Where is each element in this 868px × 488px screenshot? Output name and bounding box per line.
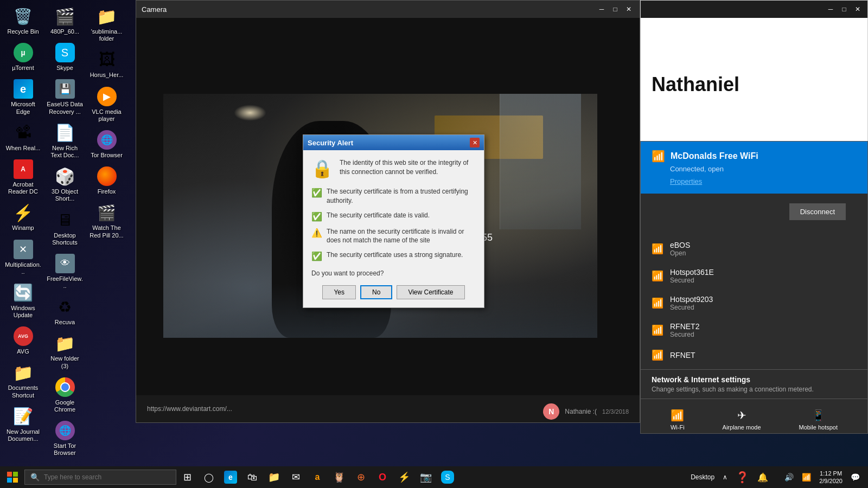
desktop-icon-watch-red-pill[interactable]: 🎬 Watch The Red Pill 20... <box>86 199 127 241</box>
airplane-mode-button[interactable]: ✈ Airplane mode <box>714 404 769 434</box>
taskbar-language-button[interactable] <box>774 466 779 488</box>
desktop-icon-when-real[interactable]: 📽 When Real... <box>3 119 43 155</box>
new-journal-icon: 📝 <box>12 406 34 427</box>
new-journal-label: New Journal Documen... <box>4 428 42 442</box>
desktop-icon-new-rich-text[interactable]: 📄 New Rich Text Doc... <box>44 119 85 162</box>
wifi-name-hotspot361e: Hotspot361E <box>670 268 714 277</box>
taskbar-skype-icon: S <box>441 471 454 484</box>
security-dialog-close-button[interactable]: ✕ <box>470 138 480 147</box>
chat-maximize-button[interactable]: □ <box>839 4 850 15</box>
taskbar-tripadvisor-button[interactable]: 🦉 <box>328 466 350 488</box>
wifi-properties-link[interactable]: Properties <box>670 177 857 185</box>
3d-object-icon: 🎲 <box>54 165 76 187</box>
check-ok-icon-4: ✅ <box>311 251 322 261</box>
taskbar-winamp-button[interactable]: ⚡ <box>393 466 415 488</box>
wifi-item-rfnet2[interactable]: 📶 RFNET2 Secured <box>641 317 867 344</box>
taskbar-files-icon: 📁 <box>268 471 280 483</box>
start-button[interactable] <box>0 466 24 488</box>
wifi-signal-icon-rfnet: 📶 <box>652 349 663 361</box>
taskbar-help-icon[interactable]: ❓ <box>733 466 752 488</box>
wifi-item-rfnet[interactable]: 📶 RFNET <box>641 344 867 367</box>
taskbar-overflow-button[interactable]: ∧ <box>720 466 730 488</box>
security-yes-button[interactable]: Yes <box>322 285 356 299</box>
wifi-item-hotspot9203[interactable]: 📶 Hotspot9203 Secured <box>641 290 867 317</box>
taskbar-network-button[interactable]: 📶 <box>799 466 814 488</box>
taskbar: 🔍 ⊞ ◯ e 🛍 📁 ✉ a 🦉 ⊕ <box>0 466 868 488</box>
wifi-toggle-button[interactable]: 📶 Wi-Fi <box>662 404 693 434</box>
desktop-icon-horus[interactable]: 🖼 Horus_Her... <box>86 46 127 81</box>
ceiling-light <box>234 105 266 121</box>
taskbar-desktop-label[interactable]: Desktop <box>688 466 717 488</box>
desktop-icon-acrobat[interactable]: A Acrobat Reader DC <box>3 156 43 198</box>
desktop-icon-skype[interactable]: S Skype <box>44 39 85 74</box>
desktop-icon-avg[interactable]: AVG AVG <box>3 323 43 358</box>
task-view-button[interactable]: ⊞ <box>176 466 198 488</box>
wifi-security-hotspot9203: Secured <box>670 304 713 311</box>
view-certificate-button[interactable]: View Certificate <box>397 285 464 299</box>
taskbar-edge-button[interactable]: e <box>220 466 241 488</box>
taskbar-cortana-button[interactable]: ◯ <box>198 466 220 488</box>
desktop-icon-desktop-shortcuts[interactable]: 🖥 Desktop Shortcuts <box>44 207 85 249</box>
wifi-name-hotspot9203: Hotspot9203 <box>670 295 713 304</box>
taskbar-amazon-button[interactable]: a <box>307 466 328 488</box>
desktop-icon-multiplication[interactable]: ✕ Multiplication... <box>3 236 43 278</box>
desktop-icon-3d-object[interactable]: 🎲 3D Object Short... <box>44 163 85 205</box>
chat-close-button[interactable]: ✕ <box>852 4 863 15</box>
desktop-icon-vlc[interactable]: ▶ VLC media player <box>86 83 127 125</box>
network-settings-title[interactable]: Network & Internet settings <box>652 375 857 384</box>
chat-window: ─ □ ✕ Nathaniel <box>640 0 868 152</box>
desktop-icon-new-journal[interactable]: 📝 New Journal Documen... <box>3 403 43 445</box>
desktop-icon-firefox[interactable]: Firefox <box>86 163 127 198</box>
easeus-label: EaseUS Data Recovery ... <box>46 101 84 115</box>
wifi-toggle-label: Wi-Fi <box>671 424 685 431</box>
wifi-item-ebos[interactable]: 📶 eBOS Open <box>641 235 867 262</box>
desktop-icon-utorrent[interactable]: µ µTorrent <box>3 39 43 74</box>
mobile-hotspot-icon: 📱 <box>812 409 825 422</box>
taskbar-files-button[interactable]: 📁 <box>263 466 285 488</box>
taskbar-opera-button[interactable]: O <box>372 466 393 488</box>
desktop-icon-edge[interactable]: e Microsoft Edge <box>3 75 43 118</box>
camera-minimize-button[interactable]: ─ <box>596 4 607 15</box>
desktop-icon-start-tor[interactable]: 🌐 Start Tor Browser <box>44 417 85 459</box>
desktop-icon-recuva[interactable]: ♻ Recuva <box>44 293 85 329</box>
desktop-icon-new-folder-3[interactable]: 📁 New folder (3) <box>44 330 85 372</box>
multiplication-label: Multiplication... <box>4 261 42 275</box>
disconnect-button[interactable]: Disconnect <box>789 203 846 220</box>
desktop-icon-documents-shortcut[interactable]: 📁 Documents Shortcut <box>3 359 43 401</box>
desktop-icon-freefileview[interactable]: 👁 FreeFileView... <box>44 250 85 292</box>
taskbar-action-center-button[interactable]: 💬 <box>848 466 863 488</box>
camera-maximize-button[interactable]: □ <box>610 4 621 15</box>
desktop-icon-winamp[interactable]: ⚡ Winamp <box>3 199 43 234</box>
taskbar-origin-icon: ⊕ <box>357 471 365 483</box>
desktop-icon-easeus[interactable]: 💾 EaseUS Data Recovery ... <box>44 75 85 118</box>
avg-icon: AVG <box>12 325 34 347</box>
when-real-icon: 📽 <box>12 122 34 144</box>
vlc-label: VLC media player <box>88 108 125 123</box>
taskbar-notifications-button[interactable]: 🔔 <box>755 466 771 488</box>
camera-close-button[interactable]: ✕ <box>623 4 634 15</box>
wifi-connected-section: 📶 McDonalds Free WiFi Connected, open Pr… <box>641 142 867 194</box>
acrobat-label: Acrobat Reader DC <box>4 181 42 195</box>
security-dialog-header-text: The identity of this web site or the int… <box>340 158 476 177</box>
taskbar-volume-button[interactable]: 🔊 <box>782 466 796 488</box>
desktop-icon-tor-browser[interactable]: 🌐 Tor Browser <box>86 126 127 162</box>
security-no-button[interactable]: No <box>360 285 392 299</box>
taskbar-origin-button[interactable]: ⊕ <box>350 466 372 488</box>
taskbar-camera-button[interactable]: 📷 <box>415 466 437 488</box>
desktop-icon-google-chrome[interactable]: Google Chrome <box>44 374 85 416</box>
desktop-icon-480p[interactable]: 🎬 480P_60... <box>44 3 85 38</box>
taskbar-store-button[interactable]: 🛍 <box>241 466 263 488</box>
taskbar-mail-button[interactable]: ✉ <box>285 466 307 488</box>
taskbar-search-bar[interactable]: 🔍 <box>24 470 176 485</box>
desktop-icon-recycle-bin[interactable]: 🗑️ Recycle Bin <box>3 3 43 38</box>
wifi-item-hotspot361e[interactable]: 📶 Hotspot361E Secured <box>641 262 867 290</box>
taskbar-skype-button[interactable]: S <box>437 466 458 488</box>
taskbar-clock[interactable]: 1:12 PM 2/9/2020 <box>816 466 845 488</box>
desktop-icon-windows-update[interactable]: 🔄 Windows Update <box>3 279 43 322</box>
desktop-icon-subliminal[interactable]: 📁 'sublimina... folder <box>86 3 127 45</box>
taskbar-tray: Desktop ∧ ❓ 🔔 🔊 📶 1:12 PM 2/9/2020 💬 <box>688 466 868 488</box>
horus-label: Horus_Her... <box>90 72 124 79</box>
chat-minimize-button[interactable]: ─ <box>825 4 836 15</box>
taskbar-search-input[interactable] <box>44 473 170 481</box>
mobile-hotspot-button[interactable]: 📱 Mobile hotspot <box>790 404 846 434</box>
